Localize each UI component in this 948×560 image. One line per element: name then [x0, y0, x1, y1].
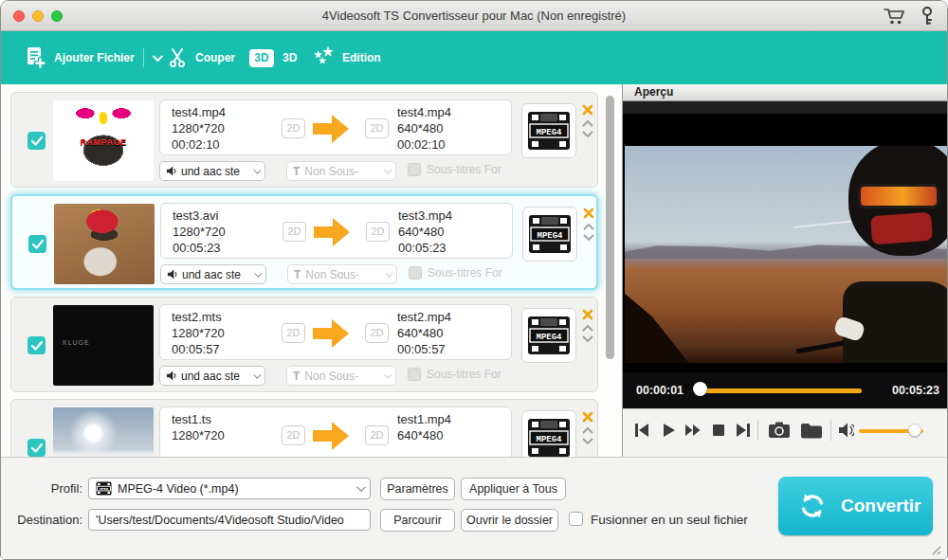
video-thumbnail: RAMPAGE	[53, 100, 154, 181]
window-title: 4Videosoft TS Convertisseur pour Mac (No…	[1, 1, 947, 31]
output-2d-badge: 2D	[365, 118, 389, 138]
format-label: MPEG4	[536, 435, 562, 444]
chevron-down-icon	[356, 482, 366, 492]
video-list-item[interactable]: test1.ts 1280*720 2D 2D test1.mp4 640*48…	[10, 399, 598, 457]
check-icon	[32, 240, 44, 249]
video-list-item[interactable]: RAMPAGE test4.mp4 1280*720 00:02:10 2D 2…	[10, 92, 598, 188]
forced-subtitle-option[interactable]: Sous-titres For	[408, 163, 523, 176]
convert-arrow-icon	[311, 317, 351, 350]
output-format-button[interactable]: MPEG4	[522, 207, 577, 262]
speaker-icon	[167, 269, 177, 280]
output-format-button[interactable]: MPEG4	[521, 103, 576, 158]
chevron-down-icon	[253, 370, 261, 378]
item-checkbox[interactable]	[27, 336, 46, 354]
convert-button[interactable]: Convertir	[778, 477, 933, 535]
move-up-button[interactable]	[582, 119, 593, 127]
seek-bar: 00:00:01 00:05:23	[623, 372, 948, 408]
audio-track-select[interactable]: und aac ste	[159, 366, 265, 386]
convert-label: Convertir	[841, 496, 921, 516]
remove-item-button[interactable]	[582, 309, 593, 320]
forced-subtitle-option[interactable]: Sous-titres For	[408, 368, 523, 381]
snapshot-button[interactable]	[768, 420, 793, 441]
edit-button[interactable]: ★ ★ ★ Edition	[314, 31, 381, 84]
settings-button[interactable]: Paramètres	[380, 478, 455, 500]
add-file-button[interactable]: Ajouter Fichier	[26, 31, 160, 84]
item-checkbox[interactable]	[27, 439, 46, 457]
forced-subtitle-option[interactable]: Sous-titres For	[409, 266, 524, 280]
clip-info-box: test4.mp4 1280*720 00:02:10 2D 2D test4.…	[159, 99, 512, 155]
source-info: test4.mp4 1280*720 00:02:10	[172, 104, 226, 153]
source-2d-badge: 2D	[283, 222, 306, 242]
audio-track-value: und aac ste	[182, 268, 241, 281]
source-resolution: 1280*720	[172, 325, 225, 341]
subtitle-select[interactable]: T Non Sous-	[287, 264, 397, 284]
edit-stars-icon: ★ ★ ★	[314, 47, 335, 68]
output-filename: test1.mp4	[397, 411, 451, 427]
cart-icon[interactable]	[883, 6, 905, 27]
main-toolbar: Ajouter Fichier Couper 3D 3D ★ ★ ★ Editi…	[1, 31, 947, 84]
subtitle-select[interactable]: T Non Sous-	[286, 161, 396, 181]
remove-item-button[interactable]	[582, 411, 593, 423]
fast-forward-button[interactable]	[684, 420, 702, 441]
cut-button[interactable]: Couper	[168, 31, 235, 84]
3d-label: 3D	[283, 51, 297, 64]
merge-checkbox[interactable]	[569, 512, 583, 526]
forced-subtitle-checkbox[interactable]	[409, 266, 422, 280]
volume-icon[interactable]	[838, 420, 854, 441]
move-up-button[interactable]	[582, 324, 593, 332]
output-info: test3.mp4 640*480 00:05:23	[398, 208, 452, 256]
output-filename: test2.mp4	[397, 309, 451, 325]
resize-grip[interactable]	[929, 543, 941, 555]
move-down-button[interactable]	[582, 335, 593, 343]
source-resolution: 1280*720	[172, 427, 225, 443]
forced-subtitle-checkbox[interactable]	[408, 368, 421, 381]
output-format-button[interactable]: MPEG4	[521, 308, 576, 363]
current-time: 00:00:01	[636, 384, 684, 397]
output-info: test1.mp4 640*480	[397, 411, 451, 443]
source-filename: test4.mp4	[172, 104, 226, 120]
subtitle-value: Non Sous-	[305, 268, 359, 281]
destination-field[interactable]: 'Users/test/Documents/4Videosoft Studio/…	[88, 509, 371, 531]
stop-button[interactable]	[709, 420, 728, 441]
move-up-button[interactable]	[582, 426, 593, 434]
apply-to-all-button[interactable]: Appliquer à Tous	[461, 478, 566, 500]
play-button[interactable]	[659, 420, 678, 441]
move-down-button[interactable]	[582, 131, 593, 138]
register-key-icon[interactable]	[921, 6, 934, 27]
video-list-item[interactable]: KLUGE test2.mts 1280*720 00:05:57 2D 2D …	[10, 297, 598, 392]
move-up-button[interactable]	[583, 223, 594, 230]
item-checkbox[interactable]	[27, 132, 46, 150]
seek-thumb[interactable]	[693, 382, 707, 396]
skip-end-button[interactable]	[734, 420, 753, 441]
subtitle-t-icon: T	[293, 165, 300, 178]
remove-item-button[interactable]	[583, 208, 594, 219]
browse-button[interactable]: Parcourir	[380, 509, 455, 532]
3d-button[interactable]: 3D 3D	[249, 31, 297, 84]
output-2d-badge: 2D	[365, 425, 389, 445]
move-down-button[interactable]	[583, 234, 594, 242]
skip-start-button[interactable]	[632, 420, 651, 441]
rider-goggles	[858, 184, 939, 208]
remove-item-button[interactable]	[582, 104, 593, 116]
forced-subtitle-checkbox[interactable]	[408, 163, 421, 176]
open-output-folder-button[interactable]	[800, 420, 823, 441]
audio-track-value: und aac ste	[181, 165, 240, 178]
app-window: 4Videosoft TS Convertisseur pour Mac (No…	[0, 0, 948, 560]
add-file-dropdown-chevron[interactable]	[152, 51, 162, 62]
seek-track[interactable]	[699, 388, 862, 393]
preview-title: Aperçu	[623, 84, 948, 101]
preview-panel: Aperçu 00:00:01 00:05:23	[622, 84, 948, 457]
open-folder-button[interactable]: Ouvrir le dossier	[461, 509, 558, 532]
profile-select[interactable]: MPEG MPEG-4 Video (*.mp4)	[88, 478, 371, 499]
volume-thumb[interactable]	[908, 424, 921, 437]
list-scrollbar[interactable]	[606, 96, 614, 359]
audio-track-select[interactable]: und aac ste	[160, 264, 266, 284]
convert-arrow-icon	[312, 216, 352, 248]
video-list-item[interactable]: test3.avi 1280*720 00:05:23 2D 2D test3.…	[10, 194, 598, 290]
move-down-button[interactable]	[582, 438, 593, 445]
subtitle-select[interactable]: T Non Sous-	[286, 366, 396, 386]
item-checkbox[interactable]	[28, 235, 46, 253]
audio-track-select[interactable]: und aac ste	[159, 161, 265, 181]
profile-value: MPEG-4 Video (*.mp4)	[118, 482, 239, 496]
output-format-button[interactable]: MPEG4	[521, 410, 576, 457]
